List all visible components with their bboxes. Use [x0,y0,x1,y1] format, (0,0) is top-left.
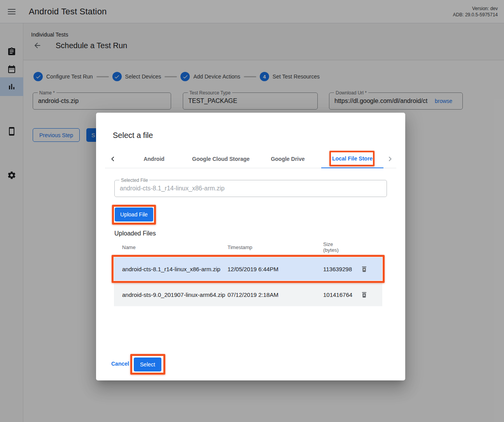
selected-file-value: android-cts-8.1_r14-linux_x86-arm.zip [120,180,380,197]
cancel-button[interactable]: Cancel [111,361,129,367]
column-header-size: Size (bytes) [323,241,354,253]
delete-file-button[interactable] [359,289,370,300]
column-header-name: Name [114,244,228,250]
table-row[interactable]: android-sts-9.0_201907-linux-arm64.zip 0… [114,283,382,306]
column-header-timestamp: Timestamp [228,244,323,250]
uploaded-files-heading: Uploaded Files [114,230,156,237]
dialog-title: Select a file [113,131,153,140]
timestamp-cell: 07/12/2019 2:18AM [228,291,323,298]
delete-file-button[interactable] [359,263,370,274]
tabs-scroll-right-button[interactable] [383,150,396,168]
chevron-right-icon [385,154,395,164]
delete-icon [360,291,368,298]
file-name-cell: android-cts-8.1_r14-linux_x86-arm.zip [114,266,228,272]
select-file-dialog: Select a file Android Google Cloud Stora… [96,113,405,380]
select-button[interactable]: Select [134,357,161,371]
tab-google-drive[interactable]: Google Drive [254,150,321,168]
delete-icon [360,265,368,273]
tab-local-file-store[interactable]: Local File Store [321,150,383,168]
size-cell: 101416764 [323,292,354,298]
uploaded-files-header-row: Name Timestamp Size (bytes) [114,239,382,255]
chevron-left-icon [108,154,117,164]
timestamp-cell: 12/05/2019 6:44PM [228,266,323,272]
size-cell: 113639298 [323,266,354,272]
selected-file-field: Selected File android-cts-8.1_r14-linux_… [114,180,387,197]
tab-android[interactable]: Android [121,150,187,168]
file-name-cell: android-sts-9.0_201907-linux-arm64.zip [114,291,228,298]
tab-google-cloud-storage[interactable]: Google Cloud Storage [187,150,254,168]
table-row-selected[interactable]: android-cts-8.1_r14-linux_x86-arm.zip 12… [114,257,382,281]
file-source-tabbar: Android Google Cloud Storage Google Driv… [105,150,396,168]
tabs-scroll-left-button[interactable] [105,150,121,168]
upload-file-button[interactable]: Upload File [115,208,153,221]
